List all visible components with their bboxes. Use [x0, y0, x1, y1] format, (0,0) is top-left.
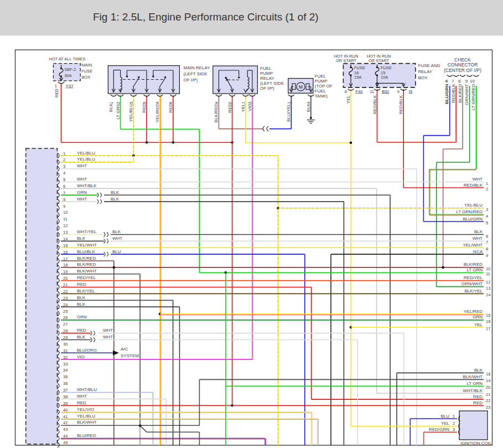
- svg-text:OF I/P): OF I/P): [184, 78, 198, 83]
- svg-text:16: 16: [63, 250, 68, 255]
- svg-text:YEL: YEL: [474, 322, 483, 327]
- svg-text:17: 17: [486, 326, 490, 331]
- svg-text:YEL/BLU: YEL/BLU: [77, 414, 95, 419]
- svg-text:22: 22: [486, 398, 490, 403]
- svg-text:RED: RED: [227, 104, 232, 113]
- svg-text:9: 9: [486, 253, 488, 258]
- svg-text:10: 10: [63, 210, 68, 215]
- svg-text:39: 39: [63, 401, 68, 406]
- svg-text:17: 17: [63, 256, 68, 261]
- svg-text:RED/YEL: RED/YEL: [77, 275, 96, 280]
- svg-text:35: 35: [63, 374, 68, 379]
- svg-text:3: 3: [63, 164, 65, 169]
- svg-text:6: 6: [486, 234, 488, 239]
- svg-text:FUSE AND: FUSE AND: [418, 63, 440, 68]
- svg-text:19: 19: [63, 269, 68, 274]
- svg-text:41: 41: [63, 414, 68, 419]
- svg-text:F37: F37: [66, 84, 73, 89]
- svg-text:4: 4: [445, 79, 448, 84]
- svg-text:RED/BLK: RED/BLK: [372, 95, 377, 114]
- svg-text:RED/GRN: RED/GRN: [429, 427, 449, 432]
- svg-text:WHT: WHT: [473, 236, 483, 241]
- svg-text:BLU: BLU: [440, 414, 449, 419]
- svg-text:IGNITION COIL: IGNITION COIL: [460, 441, 492, 446]
- svg-text:WHT/BLU: WHT/BLU: [77, 387, 97, 392]
- svg-text:YEL/BLU: YEL/BLU: [128, 104, 133, 122]
- svg-text:OR START: OR START: [336, 58, 357, 63]
- svg-text:BLK/WHT: BLK/WHT: [463, 374, 483, 379]
- svg-text:RED: RED: [77, 282, 86, 287]
- svg-text:BLK: BLK: [111, 190, 120, 195]
- svg-text:WHT: WHT: [103, 328, 113, 333]
- svg-text:BOX: BOX: [81, 75, 90, 80]
- svg-text:BLK: BLK: [306, 103, 311, 112]
- svg-text:15: 15: [63, 243, 68, 248]
- svg-text:20: 20: [63, 276, 68, 281]
- svg-text:3: 3: [453, 427, 455, 432]
- svg-text:6: 6: [345, 89, 347, 94]
- svg-text:YEL/BLU: YEL/BLU: [77, 157, 95, 162]
- svg-text:VIO: VIO: [247, 104, 252, 111]
- svg-text:BLU/ORG: BLU/ORG: [77, 348, 97, 353]
- svg-text:12: 12: [486, 280, 490, 285]
- svg-text:(TOP OF: (TOP OF: [315, 84, 333, 89]
- svg-text:23: 23: [486, 405, 490, 410]
- svg-text:WHT/YEL: WHT/YEL: [77, 229, 97, 234]
- svg-text:BLU/BLK: BLU/BLK: [77, 249, 96, 254]
- svg-text:TANK): TANK): [315, 94, 328, 99]
- svg-text:YEL: YEL: [346, 95, 351, 104]
- svg-text:PUMP: PUMP: [315, 79, 328, 84]
- svg-text:36: 36: [63, 381, 68, 386]
- svg-text:FUEL: FUEL: [315, 74, 326, 79]
- svg-text:9: 9: [397, 89, 400, 94]
- svg-text:YEL: YEL: [441, 421, 450, 426]
- svg-text:CONNECTOR: CONNECTOR: [448, 62, 478, 68]
- svg-text:BLK: BLK: [111, 197, 120, 202]
- svg-text:BLK/RED: BLK/RED: [464, 262, 483, 267]
- svg-text:YEL/BLU: YEL/BLU: [77, 151, 95, 156]
- svg-text:BLK/RED: BLK/RED: [77, 256, 96, 261]
- svg-text:26: 26: [63, 315, 68, 320]
- svg-text:9: 9: [465, 79, 468, 84]
- svg-text:14: 14: [63, 236, 68, 241]
- svg-text:RED/BLK: RED/BLK: [398, 95, 403, 114]
- svg-text:11: 11: [370, 89, 374, 94]
- svg-text:BLK/RED: BLK/RED: [77, 262, 96, 267]
- svg-text:12: 12: [63, 223, 68, 228]
- svg-text:FUSE: FUSE: [354, 65, 365, 70]
- svg-text:21: 21: [486, 392, 490, 397]
- svg-text:2: 2: [453, 421, 455, 426]
- svg-text:GRN/WHT: GRN/WHT: [461, 281, 483, 286]
- svg-text:FUEL: FUEL: [315, 89, 326, 94]
- svg-text:9: 9: [63, 204, 65, 209]
- svg-text:BLK/YEL: BLK/YEL: [77, 289, 95, 293]
- svg-text:15: 15: [486, 313, 490, 318]
- svg-text:BLU/GRN: BLU/GRN: [444, 84, 449, 104]
- svg-text:A/C: A/C: [121, 347, 128, 352]
- svg-text:11: 11: [486, 271, 490, 276]
- svg-text:5: 5: [63, 177, 65, 182]
- svg-text:LT GRN/RED: LT GRN/RED: [456, 209, 483, 214]
- svg-text:32: 32: [63, 355, 68, 360]
- svg-text:FUSE: FUSE: [381, 65, 392, 70]
- svg-text:OR START: OR START: [369, 58, 390, 63]
- svg-text:WHT: WHT: [112, 236, 122, 241]
- svg-text:MAIN: MAIN: [81, 63, 92, 68]
- svg-text:GRN: GRN: [77, 315, 87, 320]
- svg-text:BLK: BLK: [474, 368, 483, 373]
- svg-text:4: 4: [486, 214, 488, 219]
- svg-text:25: 25: [63, 309, 68, 314]
- svg-text:SBF-2: SBF-2: [64, 67, 76, 72]
- svg-text:WHT: WHT: [77, 394, 87, 399]
- svg-text:7: 7: [452, 79, 454, 84]
- svg-text:LT GRN/RED: LT GRN/RED: [471, 84, 476, 110]
- svg-text:1: 1: [486, 181, 488, 186]
- svg-text:PUMP: PUMP: [260, 71, 273, 76]
- svg-text:MAIN RELAY: MAIN RELAY: [184, 65, 211, 70]
- svg-text:YEL: YEL: [241, 103, 246, 112]
- svg-text:GRN/WHT: GRN/WHT: [464, 84, 469, 105]
- svg-text:BLK: BLK: [474, 229, 483, 234]
- svg-text:18: 18: [63, 262, 68, 267]
- svg-text:OF I/P): OF I/P): [260, 86, 274, 91]
- svg-text:15A: 15A: [354, 75, 361, 80]
